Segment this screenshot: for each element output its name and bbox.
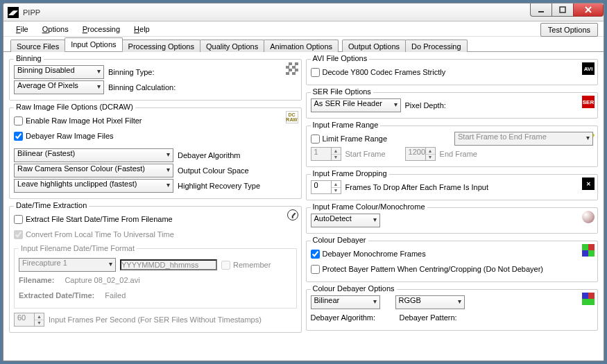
- debayer-opts-algo-label: Debayer Algorithm:: [311, 313, 384, 322]
- filename-format-group: Input Filename Date/Time Format Firecapt…: [14, 244, 297, 309]
- debayer-opts-pattern-combo[interactable]: RGGB: [395, 295, 465, 309]
- highlight-label: Highlight Recovery Type: [178, 182, 260, 190]
- mono-mode-combo[interactable]: AutoDetect: [311, 214, 380, 227]
- remember-checkbox: Remember: [221, 261, 271, 270]
- menubar: File Options Processing Help Test Option…: [3, 21, 604, 37]
- legend-avi: AVI File Options: [311, 54, 370, 62]
- menu-processing[interactable]: Processing: [76, 24, 127, 35]
- test-options-button[interactable]: Test Options: [540, 23, 598, 37]
- colour-space-combo[interactable]: Raw Camera Sensor Colour (Fastest): [14, 164, 173, 177]
- tabs: Source Files Input Options Processing Op…: [3, 37, 604, 52]
- maximize-button[interactable]: [552, 3, 574, 17]
- window-title: PIPP: [23, 8, 599, 17]
- extracted-label: Extracted Date/Time:: [19, 291, 94, 300]
- pixel-depth-label: Pixel Depth:: [405, 101, 446, 110]
- binning-icon: [286, 62, 298, 75]
- close-button[interactable]: [573, 3, 604, 17]
- y800-strict-checkbox[interactable]: Decode Y800 Codec Frames Strictly: [311, 65, 594, 79]
- group-colour-mono: Input Frame Colour/Monochrome AutoDetect: [306, 207, 599, 234]
- group-frame-dropping: Input Frame Dropping ✕ 0▲▼ Frames To Dro…: [306, 174, 599, 200]
- ser-icon: SER: [582, 96, 595, 108]
- legend-frame-dropping: Input Frame Dropping: [311, 169, 389, 177]
- clock-icon: [287, 209, 298, 220]
- end-frame-spinner: 1200▲▼: [405, 147, 436, 161]
- binning-type-label: Binning Type:: [108, 68, 154, 76]
- svg-rect-1: [560, 7, 565, 12]
- group-avi: AVI File Options AVI Decode Y800 Codec F…: [306, 59, 599, 85]
- datetime-preset-combo: Firecapture 1: [19, 258, 116, 272]
- sphere-icon: [582, 211, 595, 223]
- bayer-icon: [582, 244, 595, 257]
- colour-space-label: Output Colour Space: [178, 166, 249, 175]
- tab-processing-options[interactable]: Processing Options: [122, 40, 200, 52]
- avi-icon: AVI: [582, 62, 595, 75]
- group-dcraw: Raw Image File Options (DCRAW) DCRAW Ena…: [9, 107, 302, 199]
- end-frame-label: End Frame: [440, 150, 477, 158]
- filename-label: Filename:: [19, 276, 54, 284]
- legend-dcraw: Raw Image File Options (DCRAW): [14, 103, 135, 111]
- group-colour-debayer: Colour Debayer Debayer Monochrome Frames…: [306, 241, 599, 282]
- legend-colour-debayer: Colour Debayer: [311, 236, 368, 244]
- binning-type-combo[interactable]: Binning Disabled: [14, 65, 104, 79]
- drop-label: Frames To Drop After Each Frame Is Input: [345, 183, 488, 191]
- group-colour-debayer-options: Colour Debayer Options Bilinear RGGB Deb…: [306, 289, 599, 331]
- bayer2-icon: [582, 293, 595, 305]
- group-binning: Binning Binning Disabled Binning Type: A…: [9, 59, 302, 101]
- legend-colour-debayer-opts: Colour Debayer Options: [311, 284, 397, 293]
- tab-source-files[interactable]: Source Files: [10, 40, 65, 52]
- debayer-mono-checkbox[interactable]: Debayer Monochrome Frames: [311, 247, 594, 261]
- protect-bayer-checkbox[interactable]: Protect Bayer Pattern When Centring/Crop…: [311, 262, 594, 276]
- group-frame-range: Input Frame Range Limit Frame Range Star…: [306, 125, 599, 167]
- datetime-pattern-field: [120, 259, 217, 270]
- app-window: ◢◤ PIPP File Options Processing Help Tes…: [3, 3, 604, 361]
- limit-range-checkbox[interactable]: Limit Frame Range: [311, 135, 388, 144]
- minimize-button[interactable]: [530, 3, 552, 17]
- app-icon: ◢◤: [8, 7, 19, 18]
- binning-calc-label: Binning Calculation:: [108, 83, 176, 92]
- tab-quality-options[interactable]: Quality Options: [200, 40, 264, 52]
- tab-output-options[interactable]: Output Options: [342, 40, 406, 52]
- legend-colour-mono: Input Frame Colour/Monochrome: [311, 202, 427, 211]
- legend-ser: SER File Options: [311, 87, 373, 96]
- convert-utc-checkbox[interactable]: Convert From Local Time To Universal Tim…: [14, 227, 297, 241]
- tab-animation-options[interactable]: Animation Options: [264, 40, 339, 52]
- highlight-combo[interactable]: Leave highlights unclipped (fastest): [14, 179, 173, 193]
- binning-calc-combo[interactable]: Average Of Pixels: [14, 80, 104, 94]
- menu-options[interactable]: Options: [35, 24, 76, 35]
- menu-file[interactable]: File: [9, 24, 35, 35]
- legend-frame-range: Input Frame Range: [311, 121, 381, 129]
- fps-label: Input Frames Per Second (For SER Files W…: [49, 315, 262, 324]
- filename-value: Capture 08_02_02.avi: [65, 276, 139, 284]
- hotpixel-checkbox[interactable]: Enable Raw Image Hot Pixel Filter: [14, 114, 297, 128]
- filename-format-legend: Input Filename Date/Time Format: [19, 244, 137, 252]
- debayer-opts-algo-combo[interactable]: Bilinear: [311, 295, 380, 309]
- group-ser: SER File Options SER As SER File Header …: [306, 92, 599, 119]
- debayer-raw-checkbox[interactable]: Debayer Raw Image Files: [14, 129, 297, 143]
- legend-datetime: Date/Time Extraction: [14, 201, 89, 209]
- titlebar[interactable]: ◢◤ PIPP: [3, 3, 604, 21]
- dcraw-icon: DCRAW: [286, 111, 298, 123]
- pixel-depth-combo[interactable]: As SER File Header: [311, 98, 401, 112]
- start-frame-spinner: 1▲▼: [311, 147, 341, 161]
- start-frame-label: Start Frame: [345, 150, 386, 158]
- debayer-algo-combo[interactable]: Bilinear (Fastest): [14, 148, 173, 162]
- debayer-algo-label: Debayer Algorithm: [178, 151, 241, 159]
- legend-binning: Binning: [14, 54, 44, 62]
- menu-help[interactable]: Help: [127, 24, 157, 35]
- fps-spinner: 60▲▼: [14, 313, 44, 327]
- extract-datetime-checkbox[interactable]: Extract File Start Date/Time From Filena…: [14, 212, 297, 226]
- drop-icon: ✕: [582, 177, 595, 190]
- tab-do-processing[interactable]: Do Processing: [405, 40, 468, 52]
- extracted-value: Failed: [105, 291, 126, 300]
- group-datetime: Date/Time Extraction Extract File Start …: [9, 206, 302, 333]
- range-mode-combo: Start Frame to End Frame: [454, 132, 593, 146]
- drop-n-spinner[interactable]: 0▲▼: [311, 180, 341, 194]
- tab-input-options[interactable]: Input Options: [65, 37, 122, 51]
- debayer-opts-pattern-label: Debayer Pattern:: [400, 313, 457, 322]
